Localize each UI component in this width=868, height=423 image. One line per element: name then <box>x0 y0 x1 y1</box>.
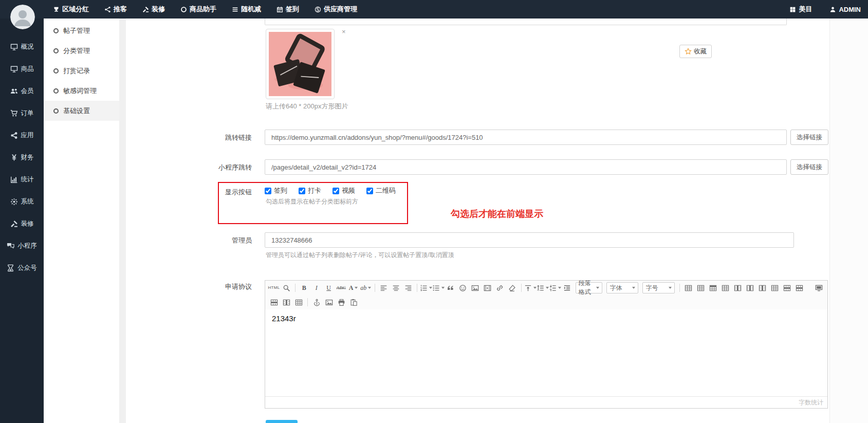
print-button[interactable] <box>336 297 347 308</box>
nav-item-sign-in[interactable]: 签到 <box>276 5 299 14</box>
insert-column-right-button[interactable] <box>744 282 755 293</box>
row-operations-button[interactable] <box>268 297 280 308</box>
sidebar-item-decoration[interactable]: 装修 <box>0 213 44 235</box>
insert-table-button[interactable] <box>682 282 694 293</box>
checkbox-video[interactable] <box>333 188 339 194</box>
insert-column-left-button[interactable] <box>732 282 743 293</box>
checkbox-option-punch-card[interactable]: 打卡 <box>299 186 321 195</box>
mini-jump-select-button[interactable]: 选择链接 <box>790 159 828 175</box>
paragraph-spacing-button[interactable] <box>549 282 561 293</box>
remove-format-button[interactable] <box>507 282 518 293</box>
vertical-align-button[interactable] <box>525 282 536 293</box>
sidebar-item-statistics[interactable]: 统计 <box>0 169 44 191</box>
checkbox-punch-card[interactable] <box>299 188 305 194</box>
editor-content[interactable]: 21343r <box>265 309 827 396</box>
submenu-item-post-management[interactable]: 帖子管理 <box>44 21 119 41</box>
nav-item-decoration[interactable]: 装修 <box>142 5 165 14</box>
italic-button[interactable]: I <box>311 282 322 293</box>
strikethrough-button[interactable]: ABC <box>336 282 347 293</box>
delete-row-button[interactable] <box>793 282 805 293</box>
nav-item-region-dividend[interactable]: 区域分红 <box>53 5 89 14</box>
checkbox-option-qrcode[interactable]: 二维码 <box>366 186 396 195</box>
editor-toolbar-row1: HTMLBIUABCAab段落格式字体字号 <box>265 281 827 295</box>
bold-button[interactable]: B <box>299 282 310 293</box>
highlight-color-button[interactable]: ab <box>360 282 372 293</box>
preview-button[interactable] <box>281 282 292 293</box>
nav-item-goods-helper[interactable]: 商品助手 <box>180 5 216 14</box>
sidebar-item-goods[interactable]: 商品 <box>0 58 44 80</box>
sidebar-item-members[interactable]: 会员 <box>0 80 44 102</box>
table-header-button[interactable] <box>707 282 718 293</box>
users-icon <box>10 87 18 95</box>
blockquote-button[interactable] <box>445 282 456 293</box>
insert-image-button[interactable] <box>470 282 481 293</box>
column-operations-button[interactable] <box>281 297 292 308</box>
avatar[interactable] <box>10 5 35 29</box>
sidebar-item-orders[interactable]: 订单 <box>0 102 44 124</box>
indent-icon <box>563 284 571 292</box>
underline-button[interactable]: U <box>323 282 335 293</box>
table-properties-button[interactable] <box>695 282 706 293</box>
jump-link-select-button[interactable]: 选择链接 <box>790 130 828 145</box>
source-code-button[interactable]: HTML <box>268 282 280 293</box>
editor-statusbar: 字数统计 <box>265 396 827 408</box>
submenu-item-sensitive-words[interactable]: 敏感词管理 <box>44 81 119 101</box>
jump-link-input[interactable] <box>265 130 787 145</box>
delete-column-button[interactable] <box>756 282 768 293</box>
upload-thumbnail[interactable] <box>266 29 335 99</box>
paragraph-format-select-label: 段落格式 <box>579 279 595 297</box>
ordered-list-button[interactable] <box>420 282 432 293</box>
sidebar-item-mini-program[interactable]: 小程序 <box>0 235 44 257</box>
truncated-input[interactable] <box>265 19 787 25</box>
nav-item-supplier-management[interactable]: 供应商管理 <box>315 5 357 14</box>
align-right-button[interactable] <box>402 282 414 293</box>
indent-button[interactable] <box>562 282 573 293</box>
image-map-button[interactable] <box>323 297 335 308</box>
favorite-button[interactable]: 收藏 <box>679 45 712 58</box>
merge-cells-button[interactable] <box>719 282 731 293</box>
insert-media-button[interactable] <box>482 282 493 293</box>
desktop-icon <box>10 65 18 73</box>
submit-button-partial[interactable] <box>266 420 298 423</box>
font-family-select[interactable]: 字体 <box>606 282 638 293</box>
align-left-button[interactable] <box>378 282 389 293</box>
submenu-item-basic-settings[interactable]: 基础设置 <box>44 101 119 121</box>
cell-properties-button[interactable] <box>769 282 780 293</box>
font-size-select[interactable]: 字号 <box>642 282 674 293</box>
sidebar-item-system[interactable]: 系统 <box>0 191 44 213</box>
sidebar-item-apps[interactable]: 应用 <box>0 124 44 146</box>
grid-operations-button[interactable] <box>293 297 304 308</box>
admin-input[interactable] <box>265 232 794 248</box>
emoji-button[interactable] <box>457 282 469 293</box>
checkbox-option-video[interactable]: 视频 <box>333 186 355 195</box>
remove-image-icon[interactable]: × <box>342 28 346 35</box>
apps-icon <box>10 132 18 139</box>
submenu-item-category-management[interactable]: 分类管理 <box>44 41 119 61</box>
insert-link-button[interactable] <box>494 282 506 293</box>
nav-item-random-discount[interactable]: 随机减 <box>232 5 261 14</box>
gavel-icon <box>142 6 149 13</box>
nav-item-admin-account[interactable]: ADMIN <box>829 6 861 13</box>
unordered-list-button[interactable] <box>433 282 444 293</box>
insert-row-button[interactable] <box>781 282 792 293</box>
checkbox-sign-in[interactable] <box>265 188 271 194</box>
submenu-item-reward-records[interactable]: 打赏记录 <box>44 61 119 81</box>
nav-item-mall-switcher[interactable]: 美目 <box>789 5 812 14</box>
anchor-button[interactable] <box>311 297 322 308</box>
checkbox-qrcode[interactable] <box>366 188 373 194</box>
scrollbar-track[interactable] <box>119 19 126 423</box>
fullscreen-button[interactable] <box>813 282 824 293</box>
align-center-button[interactable] <box>390 282 401 293</box>
paste-button[interactable] <box>348 297 359 308</box>
sidebar-item-finance[interactable]: 财务 <box>0 146 44 169</box>
gavel-icon <box>10 220 18 228</box>
nav-item-promoter[interactable]: 推客 <box>104 5 127 14</box>
line-height-button[interactable] <box>537 282 548 293</box>
sidebar-item-overview[interactable]: 概况 <box>0 36 44 58</box>
sidebar-item-official-account[interactable]: 公众号 <box>0 257 44 279</box>
checkbox-option-sign-in[interactable]: 签到 <box>265 186 287 195</box>
font-color-button[interactable]: A <box>348 282 359 293</box>
paragraph-format-select[interactable]: 段落格式 <box>576 282 603 293</box>
mini-jump-input[interactable] <box>265 159 787 175</box>
submenu-sidebar: 帖子管理分类管理打赏记录敏感词管理基础设置 <box>44 19 119 423</box>
